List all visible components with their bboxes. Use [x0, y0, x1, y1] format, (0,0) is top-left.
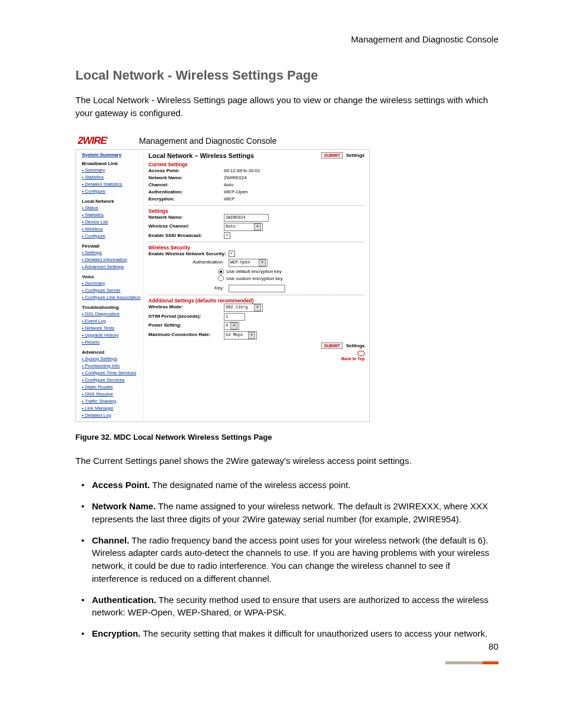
sidebar-link[interactable]: Advanced Settings: [82, 263, 141, 271]
sidebar-group-trouble: Troubleshooting: [82, 305, 141, 310]
figure-screenshot: 2WIRE• Management and Diagnostic Console…: [75, 131, 370, 422]
sidebar-link[interactable]: Provisioning Info: [82, 363, 141, 370]
sidebar-link[interactable]: Event Log: [82, 318, 141, 325]
sidebar-link[interactable]: DNS Resolve: [82, 391, 141, 398]
sidebar-link[interactable]: Static Routes: [82, 384, 141, 391]
main-panel: Local Network – Wireless Settings SUBMIT…: [143, 149, 370, 422]
sidebar-link[interactable]: Wireless: [82, 226, 141, 233]
sidebar-link[interactable]: Resets: [82, 339, 141, 346]
value-network-name: 2WIRE024: [224, 174, 247, 182]
sidebar-link[interactable]: Network Tests: [82, 325, 141, 332]
radio-custom-key[interactable]: [218, 275, 224, 281]
chevron-down-icon: ▾: [254, 223, 261, 230]
main-title: Local Network – Wireless Settings: [148, 152, 254, 159]
sidebar-group-localnet: Local Network: [82, 199, 141, 204]
sidebar-group-firewall: Firewall: [82, 243, 141, 249]
chevron-down-icon: ▾: [248, 332, 255, 339]
section-additional-settings: Additional Settings (defaults recommende…: [148, 298, 365, 304]
sidebar-link[interactable]: Configure: [82, 188, 141, 195]
checkbox-enable-security[interactable]: ✓: [229, 251, 235, 257]
radio-default-key[interactable]: [218, 269, 224, 275]
submit-label: Settings: [346, 153, 365, 158]
select-wireless-channel[interactable]: Auto▾: [224, 223, 263, 231]
sidebar-link[interactable]: Settings: [82, 249, 141, 256]
submit-button-top[interactable]: SUBMIT: [321, 152, 343, 159]
input-key[interactable]: [229, 285, 285, 292]
sidebar-link[interactable]: Link Manager: [82, 405, 141, 412]
sidebar-link[interactable]: Summary: [82, 167, 141, 174]
sidebar-link[interactable]: Statistics: [82, 212, 141, 219]
section-wireless-security: Wireless Security: [148, 245, 365, 251]
label-ssid-broadcast: Enable SSID Broadcast:: [148, 232, 224, 239]
select-power[interactable]: 4▾: [224, 322, 239, 330]
page-number: 80: [488, 641, 498, 651]
sidebar-link[interactable]: Configure Line Association: [82, 294, 141, 301]
back-to-top-link[interactable]: Back to Top: [148, 351, 365, 361]
sidebar-link[interactable]: Configure: [82, 233, 141, 240]
footer-accent-bar: [445, 661, 498, 664]
value-channel: Auto: [224, 182, 233, 189]
label-default-key: Use default encryption key: [224, 268, 282, 275]
select-wireless-mode[interactable]: 802.11b/g▾: [224, 304, 263, 312]
sidebar-link[interactable]: Upgrade History: [82, 332, 141, 339]
sidebar-link[interactable]: Detailed Information: [82, 256, 141, 263]
checkbox-ssid[interactable]: ✓: [224, 232, 230, 239]
label-access-point: Access Point:: [148, 167, 224, 174]
sidebar-link[interactable]: Status: [82, 205, 141, 212]
bullet-encryption: Encryption. The security setting that ma…: [75, 627, 498, 640]
select-auth[interactable]: WEP-Open▾: [229, 259, 267, 267]
section-current-settings: Current Settings: [148, 162, 365, 167]
sidebar-link[interactable]: Configure Services: [82, 377, 141, 384]
bullet-network-name: Network Name. The name assigned to your …: [75, 500, 498, 526]
label-max-rate: Maximum Connection Rate:: [148, 331, 224, 340]
label-dtim: DTIM Period (seconds):: [148, 313, 224, 321]
bullet-access-point: Access Point. The designated name of the…: [75, 479, 498, 492]
sidebar-link[interactable]: Detailed Statistics: [82, 181, 141, 188]
submit-label-bottom: Settings: [346, 343, 365, 348]
label-power: Power Setting:: [148, 322, 224, 330]
doc-header: Management and Diagnostic Console: [75, 34, 498, 44]
sidebar-group-broadband: Broadband Link: [82, 161, 141, 166]
sidebar-link[interactable]: Detailed Log: [82, 412, 141, 419]
intro-paragraph: The Local Network - Wireless Settings pa…: [75, 94, 498, 120]
sidebar-link[interactable]: Configure Time Services: [82, 370, 141, 377]
console-title: Management and Diagnostic Console: [139, 136, 276, 146]
value-auth: WEP-Open: [224, 189, 247, 196]
sidebar-system-summary[interactable]: System Summary: [82, 152, 141, 157]
logo-2wire: 2WIRE•: [75, 135, 139, 147]
value-encryption: WEP: [224, 196, 234, 203]
label-network-name: Network Name:: [148, 174, 224, 182]
label-wireless-channel: Wireless Channel:: [148, 223, 224, 231]
sidebar-link[interactable]: Syslog Settings: [82, 355, 141, 363]
select-max-rate[interactable]: 54 Mbps▾: [224, 331, 257, 340]
input-network-name[interactable]: 2WIRE024: [224, 214, 269, 222]
definition-list: Access Point. The designated name of the…: [75, 479, 498, 640]
chevron-down-icon: ▾: [254, 304, 261, 311]
input-dtim[interactable]: 1: [224, 313, 245, 321]
submit-button-bottom[interactable]: SUBMIT: [321, 342, 343, 349]
sidebar-link[interactable]: Summary: [82, 280, 141, 287]
label-custom-key: Use custom encryption key: [224, 275, 283, 284]
sidebar-link[interactable]: DSL Diagnostics: [82, 311, 141, 318]
label-sec-auth: Authentication:: [148, 259, 229, 267]
label-enable-security: Enable Wireless Network Security:: [148, 251, 226, 258]
value-access-point: 00:12:88:fc:2b:01: [224, 167, 260, 174]
sidebar-link[interactable]: Statistics: [82, 174, 141, 181]
sidebar-link[interactable]: Configure Server: [82, 287, 141, 294]
label-net-name: Network Name:: [148, 214, 224, 222]
label-auth: Authentication:: [148, 189, 224, 196]
sidebar-link[interactable]: Traffic Shaping: [82, 398, 141, 405]
page-title: Local Network - Wireless Settings Page: [75, 68, 498, 83]
chevron-down-icon: ▾: [230, 322, 237, 330]
bullet-authentication: Authentication. The security method used…: [75, 594, 498, 620]
sidebar-group-voice: Voice: [82, 274, 141, 279]
chevron-down-icon: ▾: [259, 259, 266, 266]
figure-caption: Figure 32. MDC Local Network Wireless Se…: [75, 433, 498, 442]
panel-intro: The Current Settings panel shows the 2Wi…: [75, 454, 498, 467]
sidebar-nav: System Summary Broadband Link Summary St…: [75, 149, 143, 422]
section-settings: Settings: [148, 208, 365, 214]
bullet-channel: Channel. The radio frequency band the ac…: [75, 534, 498, 585]
sidebar-link[interactable]: Device List: [82, 219, 141, 226]
label-wireless-mode: Wireless Mode:: [148, 304, 224, 312]
label-key: Key:: [148, 285, 229, 292]
